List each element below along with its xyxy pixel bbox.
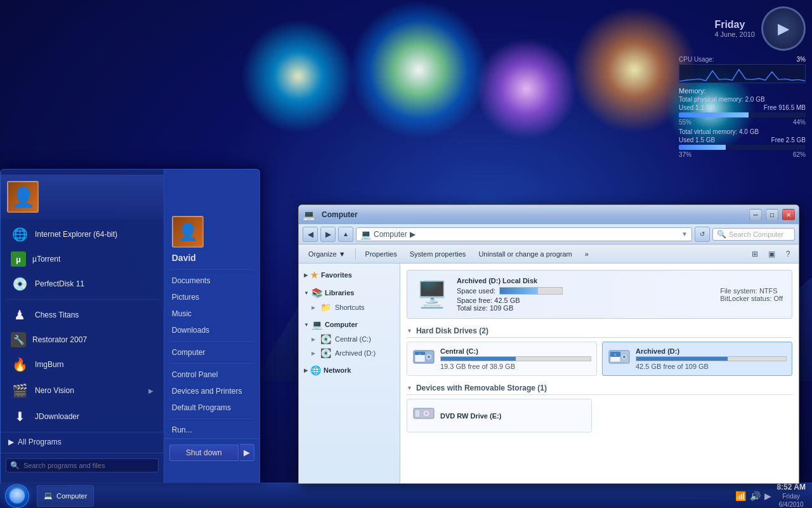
- sm-right-devices-printers[interactable]: Devices and Printers: [164, 383, 259, 399]
- taskbar-items: 💻 Computer: [34, 485, 729, 507]
- sm-item-nerovision[interactable]: 🎬 Nero Vision ▶: [3, 378, 161, 403]
- sm-item-perfectdisk[interactable]: 💿 PerfectDisk 11: [3, 271, 161, 297]
- maximize-button[interactable]: □: [766, 209, 778, 220]
- organize-button[interactable]: Organize ▼: [303, 248, 351, 260]
- uninstall-button[interactable]: Uninstall or change a program: [473, 248, 577, 260]
- favorites-section: ▶ ★ Favorites: [299, 267, 400, 283]
- address-dropdown-icon[interactable]: ▼: [681, 231, 688, 237]
- all-programs-btn[interactable]: ▶ All Programs: [1, 434, 164, 450]
- clock-face: ▶: [761, 6, 806, 51]
- space-used-label: Space used:: [457, 287, 495, 295]
- forward-button[interactable]: ▶: [320, 227, 336, 242]
- sm-item-restorator[interactable]: 🔧 Restorator 2007: [3, 328, 161, 351]
- chess-icon: ♟: [11, 306, 29, 324]
- sm-item-utorrent[interactable]: μ µTorrent: [3, 248, 161, 271]
- shutdown-button[interactable]: Shut down: [169, 444, 239, 461]
- shortcuts-expand-icon: ▶: [311, 305, 315, 311]
- libraries-label: Libraries: [325, 289, 354, 297]
- sm-right-control-panel[interactable]: Control Panel: [164, 366, 259, 383]
- cpu-section: CPU Usage: 3%: [679, 56, 806, 83]
- memory-label: Memory:: [679, 87, 806, 95]
- drive-info-name: Archived (D:) Local Disk: [457, 277, 711, 284]
- network-header[interactable]: ▶ 🌐 Network: [299, 363, 400, 378]
- sm-right-music[interactable]: Music: [164, 305, 259, 322]
- window-app-icon: 💻: [303, 209, 315, 221]
- search-box-explorer[interactable]: 🔍 Search Computer: [712, 228, 795, 241]
- central-c-info: Central (C:) 19.3 GB free of 38.9 GB: [440, 347, 591, 370]
- sm-right-documents[interactable]: Documents: [164, 272, 259, 289]
- sm-right-downloads[interactable]: Downloads: [164, 322, 259, 338]
- search-input[interactable]: [23, 462, 154, 469]
- sm-item-ie[interactable]: 🌐 Internet Explorer (64-bit): [3, 222, 161, 247]
- sm-right-run[interactable]: Run...: [164, 422, 259, 438]
- taskbar-explorer-icon: 💻: [44, 491, 53, 500]
- removable-section-header[interactable]: ▼ Devices with Removable Storage (1): [407, 384, 792, 395]
- network-tray-icon[interactable]: 📶: [735, 491, 746, 501]
- sidebar-item-archived-d[interactable]: ▶ 💽 Archived (D:): [299, 346, 400, 360]
- favorites-label: Favorites: [321, 271, 352, 279]
- favorites-header[interactable]: ▶ ★ Favorites: [299, 267, 400, 283]
- central-c-bar-fill: [441, 357, 516, 361]
- hard-disks-section-header[interactable]: ▼ Hard Disk Drives (2): [407, 326, 792, 338]
- user-avatar[interactable]: 👤: [7, 181, 39, 213]
- volume-tray-icon[interactable]: 🔊: [750, 491, 761, 501]
- nero-arrow-icon: ▶: [148, 387, 154, 394]
- libraries-header[interactable]: ▼ 📚 Libraries: [299, 285, 400, 300]
- sm-item-chess[interactable]: ♟ Chess Titans: [3, 302, 161, 328]
- taskbar-item-explorer[interactable]: 💻 Computer: [37, 485, 94, 507]
- sm-right-divider-1: [169, 269, 254, 270]
- more-toolbar-button[interactable]: »: [579, 248, 594, 260]
- sidebar-item-central-c[interactable]: ▶ 💽 Central (C:): [299, 332, 400, 346]
- sidebar-item-shortcuts[interactable]: ▶ 📁 Shortcuts: [299, 300, 400, 314]
- user-avatar-right[interactable]: 👤: [172, 216, 204, 248]
- sm-item-jdownloader[interactable]: ⬇ JDownloader: [3, 404, 161, 429]
- sm-right-pictures[interactable]: Pictures: [164, 289, 259, 305]
- back-button[interactable]: ◀: [303, 227, 318, 242]
- start-menu-bottom-left: ▶ All Programs: [1, 432, 164, 450]
- space-free: Space free: 42.5 GB: [457, 297, 711, 304]
- up-button[interactable]: ▲: [338, 227, 353, 242]
- arrow-tray-icon[interactable]: ▶: [764, 491, 771, 501]
- start-orb[interactable]: [5, 484, 29, 508]
- removable-arrow-icon: ▼: [407, 385, 412, 391]
- shutdown-arrow-button[interactable]: ▶: [240, 444, 254, 461]
- start-menu: 👤 🌐 Internet Explorer (64-bit) μ µTorren…: [0, 169, 260, 483]
- minimize-button[interactable]: ─: [749, 209, 762, 220]
- favorites-star-icon: ★: [310, 270, 318, 280]
- physical-mem-bar-bg: [679, 112, 806, 117]
- space-bar-bg: [499, 287, 563, 295]
- drive-central-c[interactable]: C Central (C:) 19.3 GB free of 38.9 GB: [407, 342, 597, 376]
- start-button[interactable]: [0, 483, 34, 509]
- pct-virtual-used: 37%: [679, 151, 691, 158]
- archived-d-bar-fill: [636, 357, 728, 361]
- firework-2: [349, 0, 488, 140]
- sm-item-imgburn-label: ImgBurn: [35, 360, 63, 369]
- computer-header[interactable]: ▼ 💻 Computer: [299, 317, 400, 332]
- sm-right-computer[interactable]: Computer: [164, 344, 259, 361]
- clock-display[interactable]: 8:52 AM Friday 6/4/2010: [776, 483, 806, 508]
- sm-right-default-programs[interactable]: Default Programs: [164, 399, 259, 416]
- sm-item-imgburn[interactable]: 🔥 ImgBurn: [3, 352, 161, 377]
- computer-label: Computer: [325, 321, 358, 328]
- system-properties-button[interactable]: System properties: [404, 248, 472, 260]
- start-menu-left: 👤 🌐 Internet Explorer (64-bit) μ µTorren…: [1, 170, 164, 483]
- properties-button[interactable]: Properties: [360, 248, 403, 260]
- sm-divider-1: [6, 299, 159, 300]
- refresh-button[interactable]: ↺: [695, 227, 710, 242]
- change-view-button[interactable]: ⊞: [748, 247, 762, 261]
- archived-d-label: Archived (D:): [335, 349, 376, 357]
- pct-physical-used: 55%: [679, 119, 691, 126]
- address-input[interactable]: 💻 Computer ▶ ▼: [356, 227, 692, 241]
- drive-archived-d[interactable]: D Archived (D:) 42.5 GB free of 109 GB: [602, 342, 792, 376]
- utorrent-icon: μ: [11, 251, 26, 267]
- close-button[interactable]: ✕: [782, 209, 795, 220]
- taskbar-explorer-label: Computer: [56, 492, 87, 500]
- archived-d-icon: 💽: [320, 348, 331, 358]
- preview-pane-button[interactable]: ▣: [764, 247, 778, 261]
- cpu-label: CPU Usage:: [679, 56, 714, 63]
- help-button[interactable]: ?: [781, 247, 795, 261]
- drive-dvd-e[interactable]: DVD RW Drive (E:): [407, 399, 592, 432]
- computer-triangle-icon: ▼: [304, 322, 309, 328]
- removable-drives-grid: DVD RW Drive (E:): [407, 399, 792, 432]
- search-box: 🔍: [6, 458, 159, 472]
